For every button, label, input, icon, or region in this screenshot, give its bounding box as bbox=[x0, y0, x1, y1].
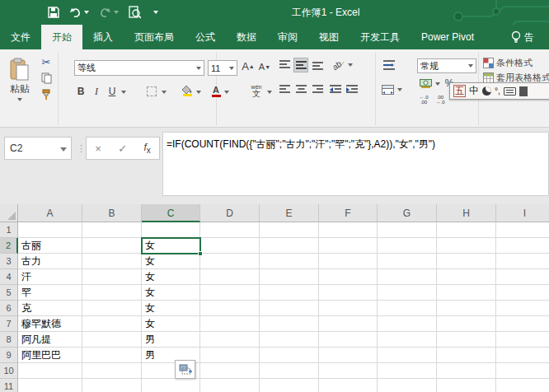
column-header-I[interactable]: I bbox=[496, 204, 549, 222]
merge-center-caret[interactable] bbox=[397, 88, 402, 91]
cell-A2[interactable]: 古丽 bbox=[18, 238, 82, 254]
cell-I6[interactable] bbox=[496, 301, 549, 316]
cell-F7[interactable] bbox=[319, 316, 378, 332]
cell-I9[interactable] bbox=[496, 348, 549, 363]
cell-D7[interactable] bbox=[200, 316, 260, 332]
paste-button[interactable]: 粘贴 bbox=[3, 53, 36, 105]
punctuation-icon[interactable]: °, bbox=[495, 86, 500, 96]
name-box[interactable]: C2 bbox=[4, 137, 72, 160]
print-preview-button[interactable] bbox=[124, 3, 146, 21]
keyboard-icon[interactable] bbox=[504, 87, 516, 96]
cell-B9[interactable] bbox=[82, 348, 142, 363]
row-header-11[interactable]: 11 bbox=[0, 379, 18, 392]
row-header-1[interactable]: 1 bbox=[0, 222, 18, 238]
grow-font-button[interactable]: A▲ bbox=[241, 58, 256, 74]
cell-E7[interactable] bbox=[260, 316, 319, 332]
cell-A8[interactable]: 阿凡提 bbox=[18, 332, 82, 348]
tab-developer[interactable]: 开发工具 bbox=[350, 25, 411, 49]
cell-H11[interactable] bbox=[437, 379, 496, 392]
cell-E3[interactable] bbox=[260, 254, 319, 269]
decrease-decimal-button[interactable]: .00 →.0 bbox=[433, 93, 448, 106]
phonetic-caret[interactable] bbox=[267, 91, 272, 94]
row-header-3[interactable]: 3 bbox=[0, 254, 18, 269]
cell-C4[interactable]: 女 bbox=[142, 269, 200, 285]
cancel-entry-button[interactable]: × bbox=[95, 142, 101, 155]
cell-E9[interactable] bbox=[260, 348, 319, 363]
merge-center-button[interactable] bbox=[379, 82, 396, 97]
shrink-font-button[interactable]: A▼ bbox=[257, 59, 272, 74]
phonetic-guide-button[interactable]: wén 文 bbox=[247, 81, 265, 100]
cell-H8[interactable] bbox=[437, 332, 496, 348]
cell-B10[interactable] bbox=[82, 363, 142, 379]
increase-decimal-button[interactable]: ←.0 .00 bbox=[416, 93, 431, 106]
cell-I1[interactable] bbox=[496, 222, 549, 238]
row-header-10[interactable]: 10 bbox=[0, 363, 18, 379]
ime-extra-icon[interactable] bbox=[519, 86, 528, 96]
redo-button[interactable] bbox=[94, 3, 124, 21]
cell-I5[interactable] bbox=[496, 285, 549, 301]
row-header-8[interactable]: 8 bbox=[0, 332, 18, 348]
cell-B1[interactable] bbox=[82, 222, 142, 238]
cell-D6[interactable] bbox=[200, 301, 260, 316]
cell-B2[interactable] bbox=[82, 238, 142, 254]
cell-I11[interactable] bbox=[496, 379, 549, 392]
tab-insert[interactable]: 插入 bbox=[82, 25, 124, 49]
cell-F6[interactable] bbox=[319, 301, 378, 316]
tell-me-button[interactable]: 告 bbox=[511, 25, 549, 49]
accounting-format-button[interactable] bbox=[417, 77, 434, 90]
number-format-combobox[interactable]: 常规 bbox=[417, 58, 476, 73]
bold-button[interactable]: B bbox=[74, 84, 87, 99]
cell-B3[interactable] bbox=[82, 254, 142, 269]
column-header-C[interactable]: C bbox=[142, 204, 200, 222]
cell-A7[interactable]: 穆罕默德 bbox=[18, 316, 82, 332]
borders-caret[interactable] bbox=[162, 91, 167, 94]
autofill-options-button[interactable] bbox=[175, 360, 195, 379]
customize-qat-button[interactable] bbox=[146, 3, 163, 21]
copy-button[interactable] bbox=[38, 71, 54, 86]
cell-C6[interactable]: 女 bbox=[142, 301, 200, 316]
cell-A5[interactable]: 罕 bbox=[18, 285, 82, 301]
cell-F1[interactable] bbox=[319, 222, 378, 238]
cell-E6[interactable] bbox=[260, 301, 319, 316]
font-color-button[interactable]: A bbox=[209, 82, 223, 99]
orientation-caret[interactable] bbox=[348, 63, 353, 67]
column-header-D[interactable]: D bbox=[200, 204, 260, 222]
cell-C3[interactable]: 女 bbox=[142, 254, 200, 269]
cell-E8[interactable] bbox=[260, 332, 319, 348]
cell-E5[interactable] bbox=[260, 285, 319, 301]
cell-B4[interactable] bbox=[82, 269, 142, 285]
row-header-9[interactable]: 9 bbox=[0, 348, 18, 363]
cell-D5[interactable] bbox=[200, 285, 260, 301]
redo-dropdown-caret[interactable] bbox=[114, 11, 119, 14]
cell-F3[interactable] bbox=[319, 254, 378, 269]
formula-input[interactable]: =IF(COUNT(FIND({"古丽";"古力";"汗";"罕";"克"},A… bbox=[162, 132, 549, 196]
decrease-indent-button[interactable] bbox=[328, 82, 343, 97]
cell-G1[interactable] bbox=[378, 222, 437, 238]
cell-G4[interactable] bbox=[378, 269, 437, 285]
undo-button[interactable] bbox=[64, 3, 94, 21]
row-header-6[interactable]: 6 bbox=[0, 301, 18, 316]
insert-function-button[interactable]: fx bbox=[143, 142, 150, 155]
cell-G10[interactable] bbox=[378, 363, 437, 379]
tab-review[interactable]: 审阅 bbox=[267, 25, 308, 49]
row-header-2[interactable]: 2 bbox=[0, 238, 18, 254]
align-right-button[interactable] bbox=[310, 82, 325, 97]
cell-D1[interactable] bbox=[200, 222, 260, 238]
cell-F5[interactable] bbox=[319, 285, 378, 301]
cell-H5[interactable] bbox=[437, 285, 496, 301]
cell-G9[interactable] bbox=[378, 348, 437, 363]
cell-G8[interactable] bbox=[378, 332, 437, 348]
paste-dropdown-caret[interactable] bbox=[17, 98, 22, 101]
tab-power-pivot[interactable]: Power Pivot bbox=[411, 25, 485, 49]
wrap-text-button[interactable] bbox=[381, 58, 397, 72]
cell-I8[interactable] bbox=[496, 332, 549, 348]
confirm-entry-button[interactable]: ✓ bbox=[118, 142, 127, 155]
cell-A10[interactable] bbox=[18, 363, 82, 379]
font-name-combobox[interactable]: 等线 bbox=[74, 60, 204, 76]
cell-A11[interactable] bbox=[18, 379, 82, 392]
cell-I2[interactable] bbox=[496, 238, 549, 254]
cell-A4[interactable]: 汗 bbox=[18, 269, 82, 285]
cell-E2[interactable] bbox=[260, 238, 319, 254]
half-full-width-moon-icon[interactable] bbox=[482, 86, 491, 96]
row-header-5[interactable]: 5 bbox=[0, 285, 18, 301]
